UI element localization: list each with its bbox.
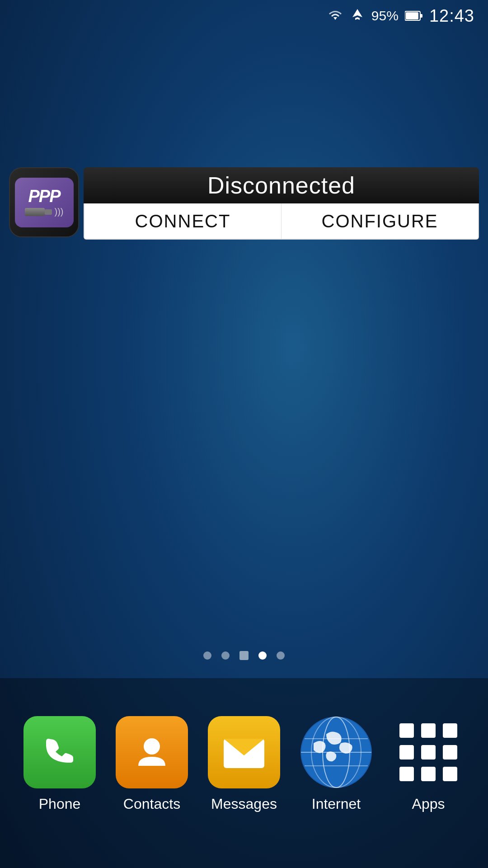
dock: Phone Contacts Messages xyxy=(0,678,488,868)
grid-dot-9 xyxy=(443,767,457,781)
grid-dot-5 xyxy=(421,745,436,760)
grid-dot-3 xyxy=(443,723,457,738)
usb-connector xyxy=(45,209,52,215)
person-icon xyxy=(131,732,172,773)
dock-item-apps[interactable]: Apps xyxy=(392,716,465,812)
envelope-icon xyxy=(221,732,267,773)
internet-label: Internet xyxy=(312,796,361,812)
dock-item-messages[interactable]: Messages xyxy=(208,716,280,812)
internet-icon xyxy=(300,716,372,788)
grid-dot-8 xyxy=(421,767,436,781)
ppp-label: PPP xyxy=(28,188,60,205)
globe-icon xyxy=(300,716,372,788)
dock-item-contacts[interactable]: Contacts xyxy=(116,716,188,812)
page-dot-2[interactable] xyxy=(221,651,230,660)
apps-icon xyxy=(392,716,465,788)
status-icons: 95% 12:43 xyxy=(327,6,474,26)
messages-label: Messages xyxy=(211,796,277,812)
svg-rect-1 xyxy=(406,12,418,19)
page-dot-4[interactable] xyxy=(258,651,267,660)
app-icon-inner: PPP ))) xyxy=(15,178,74,227)
airplane-icon xyxy=(350,8,365,24)
apps-grid-icon xyxy=(392,716,465,788)
page-dot-1[interactable] xyxy=(203,651,211,660)
grid-dot-2 xyxy=(421,723,436,738)
battery-icon xyxy=(405,10,423,21)
status-time: 12:43 xyxy=(429,6,474,26)
status-bar: 95% 12:43 xyxy=(0,0,488,32)
contacts-icon xyxy=(116,716,188,788)
grid-dot-7 xyxy=(399,767,414,781)
page-dots xyxy=(0,651,488,660)
signal-waves: ))) xyxy=(55,207,64,217)
dock-item-phone[interactable]: Phone xyxy=(23,716,96,812)
grid-dot-1 xyxy=(399,723,414,738)
connection-status-bar: Disconnected xyxy=(84,167,479,203)
connect-button[interactable]: CONNECT xyxy=(84,203,282,239)
page-dot-home[interactable] xyxy=(239,651,249,660)
apps-label: Apps xyxy=(412,796,445,812)
phone-icon xyxy=(23,716,96,788)
configure-button[interactable]: CONFIGURE xyxy=(282,203,478,239)
grid-dot-6 xyxy=(443,745,457,760)
page-dot-5[interactable] xyxy=(277,651,285,660)
widget-panel: Disconnected CONNECT CONFIGURE xyxy=(84,167,479,240)
phone-label: Phone xyxy=(39,796,81,812)
app-icon[interactable]: PPP ))) xyxy=(9,167,79,237)
battery-percent: 95% xyxy=(371,8,399,24)
widget-buttons: CONNECT CONFIGURE xyxy=(84,203,479,240)
ppp-widget: PPP ))) Disconnected CONNECT CONFIGURE xyxy=(9,167,479,240)
dock-item-internet[interactable]: Internet xyxy=(300,716,372,812)
usb-icon: ))) xyxy=(25,207,64,217)
svg-point-3 xyxy=(144,738,160,755)
wifi-icon xyxy=(327,9,343,23)
contacts-label: Contacts xyxy=(123,796,180,812)
connection-status-text: Disconnected xyxy=(207,172,355,199)
usb-stick xyxy=(25,208,45,216)
svg-rect-2 xyxy=(420,14,422,18)
messages-icon xyxy=(208,716,280,788)
phone-handset-icon xyxy=(39,732,80,773)
grid-dot-4 xyxy=(399,745,414,760)
